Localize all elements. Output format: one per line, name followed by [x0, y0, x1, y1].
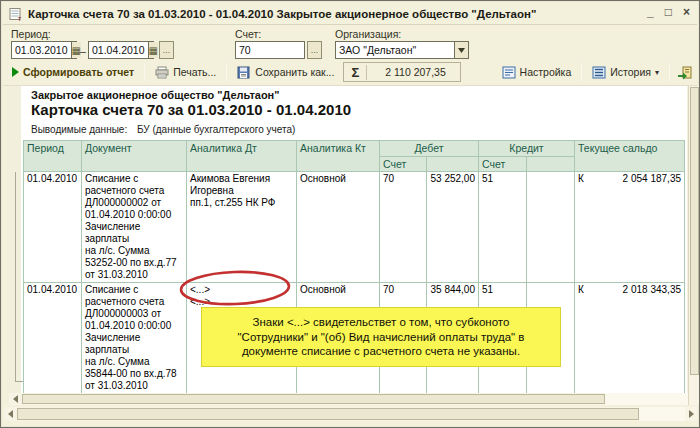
period-from-field[interactable]: 01.03.2010 ▦ — [11, 41, 77, 59]
print-label: Печать... — [173, 66, 216, 78]
table-row[interactable]: 01.04.2010 Списание с расчетного счета Д… — [24, 172, 685, 283]
report-document-icon: т — [9, 7, 23, 20]
cell-debit-sum[interactable]: 53 252,00 — [427, 172, 479, 283]
cell-document[interactable]: Списание с расчетного счета ДЛ000000003 … — [82, 283, 187, 394]
col-header-debit-sum — [427, 157, 479, 172]
window-controls: _ □ × — [647, 4, 690, 20]
toolbar: Сформировать отчет Печать... Сохранить к… — [3, 59, 697, 86]
period-more-button[interactable]: ... — [159, 41, 174, 59]
printer-icon — [155, 66, 169, 79]
balance-value: 2 018 343,35 — [623, 284, 681, 296]
scroll-left-icon[interactable] — [9, 393, 22, 405]
toolbar-separator — [226, 63, 227, 81]
save-as-button[interactable]: Сохранить как... — [234, 64, 337, 81]
period-to-field[interactable]: 01.04.2010 ▦ — [88, 41, 154, 59]
save-as-label: Сохранить как... — [255, 66, 334, 78]
print-button[interactable]: Печать... — [152, 64, 219, 81]
generate-report-label: Сформировать отчет — [23, 66, 134, 78]
period-dash: – — [80, 45, 86, 57]
col-header-debit: Дебет — [380, 141, 479, 157]
cell-document[interactable]: Списание с расчетного счета ДЛ000000002 … — [82, 172, 187, 283]
organization-value[interactable]: ЗАО "Дельтаон" — [336, 42, 454, 58]
period-from-value[interactable]: 01.03.2010 — [12, 42, 71, 58]
save-icon — [237, 66, 251, 79]
cell-analytics-dt[interactable]: Акимова Евгения Игоревна пп.1, ст.255 НК… — [187, 172, 297, 283]
cell-analytics-kt[interactable]: Основной — [297, 172, 380, 283]
cell-debit-account[interactable]: 70 — [380, 172, 427, 283]
col-header-credit: Кредит — [479, 141, 575, 157]
svg-text:т: т — [18, 15, 22, 21]
vertical-scrollbar-thumb[interactable] — [690, 87, 699, 375]
col-header-credit-account: Счет — [479, 157, 527, 172]
report-horizontal-scrollbar[interactable] — [9, 393, 688, 405]
col-header-debit-account: Счет — [380, 157, 427, 172]
window-horizontal-scrollbar[interactable] — [4, 407, 698, 421]
annotation-callout: Знаки <...> свидетельствет о том, что су… — [201, 307, 561, 367]
sum-value: 2 110 207,35 — [367, 66, 460, 78]
organization-select[interactable]: ЗАО "Дельтаон" — [335, 41, 469, 59]
filter-panel: Период: Счет: Организация: 01.03.2010 ▦ … — [3, 25, 697, 59]
report-output-line: Выводимые данные: БУ (данные бухгалтерск… — [31, 124, 295, 135]
report-output-value: БУ (данные бухгалтерского учета) — [137, 124, 295, 135]
maximize-button[interactable]: □ — [665, 4, 672, 20]
scrollbar-track[interactable] — [605, 393, 688, 405]
cell-period[interactable]: 01.04.2010 — [24, 172, 82, 283]
history-button[interactable]: История ▾ — [589, 64, 662, 81]
report-area: Закрытое акционерное общество "Дельтаон"… — [9, 86, 687, 393]
col-header-period: Период — [24, 141, 82, 172]
balance-side: К — [578, 284, 584, 296]
red-circle-annotation — [177, 267, 293, 309]
cell-credit-sum[interactable] — [527, 172, 575, 283]
chevron-down-icon[interactable] — [454, 42, 468, 58]
toolbar-separator — [144, 63, 145, 81]
history-icon — [592, 66, 606, 79]
toolbar-separator — [581, 63, 582, 81]
col-header-document: Документ — [82, 141, 187, 172]
horizontal-scrollbar-thumb[interactable] — [22, 394, 605, 404]
calendar-icon[interactable]: ▦ — [148, 42, 158, 58]
vertical-scrollbar[interactable] — [688, 86, 699, 405]
horizontal-scrollbar-thumb[interactable] — [17, 408, 639, 420]
account-field[interactable]: 70 — [235, 41, 305, 59]
app-window: т Карточка счета 70 за 01.03.2010 - 01.0… — [0, 0, 700, 428]
dock-report-icon[interactable] — [677, 66, 691, 79]
col-header-analytics-dt: Аналитика Дт — [187, 141, 297, 172]
cell-period[interactable]: 01.04.2010 — [24, 283, 82, 394]
history-label: История — [610, 66, 651, 78]
toolbar-separator — [669, 63, 670, 81]
cell-balance[interactable]: К 2 054 187,35 — [575, 172, 685, 283]
account-more-button[interactable]: ... — [307, 41, 322, 59]
org-label: Организация: — [335, 28, 401, 40]
sum-display: Σ 2 110 207,35 — [343, 62, 460, 82]
report-title: Карточка счета 70 за 01.03.2010 - 01.04.… — [31, 101, 351, 118]
titlebar: т Карточка счета 70 за 01.03.2010 - 01.0… — [3, 3, 697, 25]
scrollbar-track[interactable] — [639, 407, 685, 421]
balance-side: К — [578, 173, 584, 185]
col-header-balance: Текущее сальдо — [575, 141, 685, 172]
settings-button[interactable]: Настройка — [499, 64, 575, 81]
col-header-credit-sum — [527, 157, 575, 172]
report-output-label: Выводимые данные: — [31, 124, 127, 135]
col-header-analytics-kt: Аналитика Кт — [297, 141, 380, 172]
cell-credit-account[interactable]: 51 — [479, 172, 527, 283]
settings-label: Настройка — [520, 66, 572, 78]
play-icon — [12, 67, 19, 77]
cell-balance[interactable]: К 2 018 343,35 — [575, 283, 685, 394]
account-value[interactable]: 70 — [236, 42, 304, 58]
close-button[interactable]: × — [683, 4, 690, 20]
report-company: Закрытое акционерное общество "Дельтаон" — [31, 89, 279, 101]
scroll-right-icon[interactable] — [685, 407, 698, 421]
sigma-button[interactable]: Σ — [344, 65, 367, 80]
settings-icon — [502, 66, 516, 79]
minimize-button[interactable]: _ — [647, 4, 654, 20]
account-label: Счет: — [235, 28, 261, 40]
grouping-bracket[interactable] — [15, 172, 23, 382]
scroll-left-icon[interactable] — [4, 407, 17, 421]
window-title: Карточка счета 70 за 01.03.2010 - 01.04.… — [28, 8, 536, 20]
period-label: Период: — [11, 28, 51, 40]
generate-report-button[interactable]: Сформировать отчет — [9, 64, 137, 80]
period-to-value[interactable]: 01.04.2010 — [89, 42, 148, 58]
chevron-down-icon: ▾ — [655, 68, 659, 77]
balance-value: 2 054 187,35 — [623, 173, 681, 185]
